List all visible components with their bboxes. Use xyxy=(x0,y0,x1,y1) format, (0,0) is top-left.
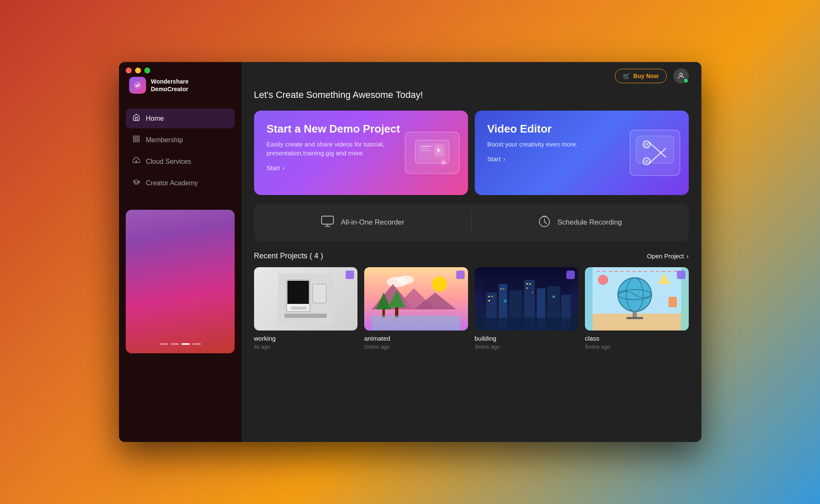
svg-point-20 xyxy=(645,143,648,146)
svg-point-63 xyxy=(504,300,506,302)
svg-rect-71 xyxy=(633,312,637,318)
schedule-recording-button[interactable]: Schedule Recording xyxy=(471,203,689,241)
promo-indicator xyxy=(160,343,201,345)
svg-rect-60 xyxy=(529,283,531,285)
arrow-right-icon: › xyxy=(282,164,284,171)
project-thumb-working xyxy=(254,267,358,331)
editor-card-image xyxy=(630,130,680,176)
monitor-icon xyxy=(321,215,334,230)
promo-dot-1 xyxy=(160,343,168,345)
promo-dot-4 xyxy=(192,343,201,345)
project-card-working[interactable]: working 4s ago xyxy=(254,267,358,350)
svg-rect-75 xyxy=(668,297,677,307)
svg-rect-8 xyxy=(421,146,431,147)
svg-line-26 xyxy=(544,222,547,224)
svg-rect-32 xyxy=(313,284,326,303)
open-project-button[interactable]: Open Project › xyxy=(647,252,689,260)
svg-rect-31 xyxy=(291,306,307,310)
project-time-building: 3mins ago xyxy=(475,344,579,350)
project-name-class: class xyxy=(585,335,689,342)
project-card-animated[interactable]: animated 2mins ago xyxy=(364,267,468,350)
project-thumb-building xyxy=(475,267,579,331)
all-in-one-recorder-button[interactable]: All-in-One Recorder xyxy=(254,203,471,241)
cloud-icon xyxy=(133,157,140,166)
recent-projects-header: Recent Projects ( 4 ) Open Project › xyxy=(254,252,689,260)
home-icon xyxy=(133,114,140,123)
svg-point-14 xyxy=(442,161,445,164)
traffic-light-minimize[interactable] xyxy=(135,68,141,73)
membership-label: Membership xyxy=(146,136,183,144)
traffic-light-fullscreen[interactable] xyxy=(144,68,150,73)
project-time-animated: 2mins ago xyxy=(364,344,468,350)
svg-rect-57 xyxy=(501,288,502,290)
top-bar: 🛒 Buy Now xyxy=(241,62,701,89)
project-tag-animated xyxy=(456,271,465,279)
svg-rect-30 xyxy=(287,281,309,304)
svg-rect-0 xyxy=(133,136,135,138)
project-tag-class xyxy=(677,271,685,279)
clock-icon xyxy=(538,215,551,230)
svg-point-21 xyxy=(645,160,648,163)
svg-rect-3 xyxy=(133,140,135,142)
svg-rect-54 xyxy=(488,296,490,297)
svg-rect-45 xyxy=(372,316,460,331)
user-avatar[interactable] xyxy=(674,68,689,84)
app-logo-icon xyxy=(129,77,146,94)
project-thumb-class xyxy=(585,267,689,331)
svg-rect-62 xyxy=(482,318,571,331)
editor-card-desc: Boost your creativity even more. xyxy=(487,140,610,149)
sidebar-item-cloud-services[interactable]: Cloud Services xyxy=(126,152,235,171)
svg-point-35 xyxy=(432,276,447,292)
project-tag-working xyxy=(346,271,354,279)
sidebar-item-creator-academy[interactable]: Creator Academy xyxy=(126,173,235,193)
home-label: Home xyxy=(146,115,164,122)
promo-dot-2 xyxy=(170,343,179,345)
app-name: Wondershare DemoCreator xyxy=(151,78,189,93)
titlebar xyxy=(119,62,241,79)
project-name-building: building xyxy=(475,335,579,342)
svg-point-64 xyxy=(532,292,533,293)
svg-rect-72 xyxy=(626,317,643,319)
content-area: Let's Create Something Awesome Today! St… xyxy=(241,89,701,442)
cart-icon: 🛒 xyxy=(623,73,630,79)
project-time-working: 4s ago xyxy=(254,344,358,350)
sidebar-item-home[interactable]: Home xyxy=(126,108,235,128)
project-card-class[interactable]: class 5mins ago xyxy=(585,267,689,350)
svg-rect-33 xyxy=(284,314,327,318)
all-in-one-label: All-in-One Recorder xyxy=(341,218,404,227)
demo-card-image xyxy=(405,132,460,174)
sidebar: Wondershare DemoCreator Home xyxy=(119,62,241,442)
svg-rect-9 xyxy=(421,148,428,149)
project-time-class: 5mins ago xyxy=(585,344,689,350)
promo-dot-3 xyxy=(181,343,190,345)
membership-icon xyxy=(133,135,140,145)
project-tag-building xyxy=(566,271,575,279)
sidebar-item-membership[interactable]: Membership xyxy=(126,130,235,150)
project-name-working: working xyxy=(254,335,358,342)
cloud-services-label: Cloud Services xyxy=(146,158,192,165)
project-card-building[interactable]: building 3mins ago xyxy=(475,267,579,350)
buy-now-button[interactable]: 🛒 Buy Now xyxy=(615,69,667,83)
hero-section: Start a New Demo Project Easily create a… xyxy=(254,111,689,195)
project-thumb-animated xyxy=(364,267,468,331)
project-name-animated: animated xyxy=(364,335,468,342)
svg-point-73 xyxy=(598,275,608,285)
page-title: Let's Create Something Awesome Today! xyxy=(254,89,689,100)
traffic-light-close[interactable] xyxy=(126,68,132,73)
svg-rect-1 xyxy=(137,136,139,138)
arrow-right-icon-2: › xyxy=(503,155,505,163)
creator-academy-label: Creator Academy xyxy=(146,179,198,187)
academy-icon xyxy=(133,178,140,188)
demo-card-desc: Easily create and share videos for tutor… xyxy=(267,140,390,157)
main-content: 🛒 Buy Now Let's Create Something Awesome… xyxy=(241,62,701,442)
svg-rect-59 xyxy=(526,283,528,285)
svg-rect-58 xyxy=(503,288,504,290)
recorder-section: All-in-One Recorder Schedule Recording xyxy=(254,203,689,241)
demo-project-card[interactable]: Start a New Demo Project Easily create a… xyxy=(254,111,468,195)
svg-rect-2 xyxy=(137,140,139,142)
svg-point-37 xyxy=(397,276,414,284)
sidebar-promo-banner[interactable] xyxy=(126,210,235,353)
video-editor-card[interactable]: Video Editor Boost your creativity even … xyxy=(475,111,689,195)
svg-rect-55 xyxy=(491,296,493,297)
chevron-right-icon: › xyxy=(687,252,689,260)
